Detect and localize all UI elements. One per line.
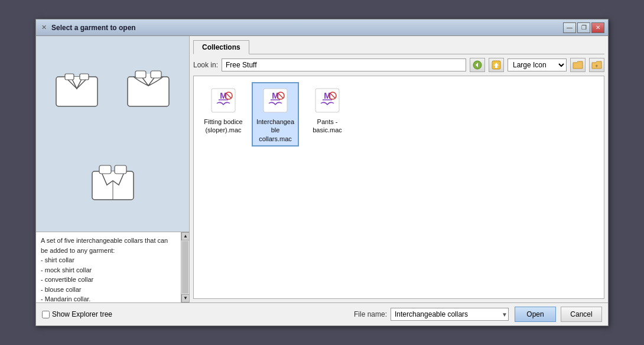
file-item-pants-basic[interactable]: M Pants - basic.mac [304, 82, 351, 147]
window-body: A set of five interchangeable collars th… [36, 36, 608, 302]
show-explorer-label: Show Explorer tree [52, 310, 112, 318]
svg-rect-4 [135, 71, 146, 78]
scroll-thumb [182, 241, 188, 294]
filename-input[interactable] [391, 308, 509, 321]
look-in-label: Look in: [193, 61, 218, 69]
svg-text:+: + [595, 63, 598, 69]
scroll-up-button[interactable]: ▲ [181, 232, 189, 240]
file-icon-fitting-bodice: M [209, 86, 238, 115]
scroll-down-button[interactable]: ▼ [181, 294, 189, 302]
filename-input-wrap: ▼ [391, 308, 509, 321]
look-in-input[interactable] [222, 58, 466, 71]
title-bar-buttons: — ❐ ✕ [563, 22, 604, 33]
tabs-bar: Collections [193, 40, 604, 54]
window-title: Select a garment to open [51, 24, 563, 32]
main-window: ✕ Select a garment to open — ❐ ✕ [35, 19, 609, 326]
description-text: A set of five interchangeable collars th… [41, 237, 168, 302]
svg-rect-8 [99, 165, 111, 174]
file-item-interchangeable-collars[interactable]: M Interchangeable collars.mac [252, 82, 299, 147]
folder-button[interactable] [570, 58, 586, 72]
title-bar: ✕ Select a garment to open — ❐ ✕ [36, 19, 608, 36]
left-panel: A set of five interchangeable collars th… [36, 36, 190, 302]
new-folder-button[interactable]: + [589, 58, 604, 72]
file-label-fitting-bodice: Fitting bodice (sloper).mac [203, 118, 243, 135]
up-button[interactable] [489, 58, 504, 72]
back-button[interactable] [470, 58, 485, 72]
svg-text:M: M [220, 91, 227, 100]
svg-rect-2 [80, 74, 89, 80]
show-explorer-checkbox[interactable] [42, 311, 50, 318]
file-icon-interchangeable-collars: M [261, 86, 290, 115]
file-label-interchangeable-collars: Interchangeable collars.mac [255, 118, 295, 143]
cancel-button[interactable]: Cancel [561, 307, 602, 322]
file-item-fitting-bodice[interactable]: M Fitting bodice (sloper).mac [200, 82, 247, 147]
right-panel: Collections Look in: Large Icon Small Ic… [190, 36, 608, 302]
preview-shirt-collar [47, 61, 106, 114]
bottom-bar: Show Explorer tree File name: ▼ Open Can… [36, 302, 608, 326]
show-explorer-wrapper: Show Explorer tree [42, 310, 112, 318]
open-button[interactable]: Open [515, 307, 556, 322]
toolbar-row: Look in: Large Icon Small Icon List Deta… [193, 58, 604, 72]
svg-rect-12 [495, 66, 497, 68]
action-buttons: Open Cancel [515, 307, 602, 322]
file-name-label: File name: [354, 310, 387, 318]
svg-rect-1 [65, 74, 74, 80]
view-select[interactable]: Large Icon Small Icon List Details [508, 58, 567, 71]
file-icon-pants-basic: M [313, 86, 342, 115]
description-area: A set of five interchangeable collars th… [36, 232, 189, 302]
tab-collections[interactable]: Collections [193, 40, 249, 54]
svg-rect-9 [115, 165, 126, 174]
preview-convertible-collar [83, 154, 142, 207]
svg-text:M: M [272, 91, 279, 100]
window-icon: ✕ [40, 24, 48, 32]
svg-rect-5 [151, 71, 161, 78]
preview-mock-collar [119, 61, 178, 114]
svg-text:M: M [324, 91, 331, 100]
filename-row: File name: ▼ [354, 308, 509, 321]
description-scrollbar: ▲ ▼ [181, 232, 189, 302]
minimize-button[interactable]: — [563, 22, 576, 33]
restore-button[interactable]: ❐ [577, 22, 590, 33]
preview-area [36, 36, 189, 232]
files-area[interactable]: M Fitting bodice (sloper).mac [193, 76, 604, 299]
close-button[interactable]: ✕ [591, 22, 604, 33]
file-label-pants-basic: Pants - basic.mac [307, 118, 347, 135]
